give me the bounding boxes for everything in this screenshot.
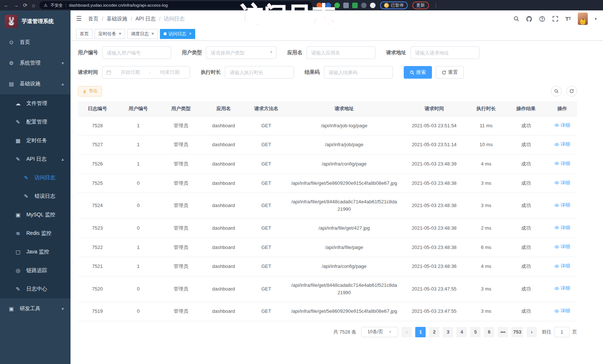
gray-extension-icon[interactable] <box>361 3 367 8</box>
breadcrumb-item[interactable]: 首页 <box>88 16 98 22</box>
bookmark-star-icon[interactable]: ☆ <box>304 3 308 8</box>
detail-link[interactable]: 详细 <box>554 224 570 232</box>
search-button[interactable]: 搜索 <box>404 66 432 79</box>
detail-link[interactable]: 详细 <box>554 262 570 270</box>
tab-close-icon[interactable]: × <box>189 31 191 36</box>
browser-home-icon[interactable]: ⌂ <box>32 3 35 8</box>
page-button-4[interactable]: 4 <box>456 327 467 337</box>
page-button-2[interactable]: 2 <box>429 327 439 337</box>
browser-back-icon[interactable]: ← <box>4 3 9 8</box>
cell-id: 7521 <box>78 257 117 276</box>
browser-menu-kebab-icon[interactable]: ⋮ <box>433 3 438 8</box>
sidebar-item-访问日志[interactable]: ✎访问日志 <box>0 168 71 187</box>
duration-input[interactable] <box>225 66 294 79</box>
avatar-dropdown-icon[interactable]: ▼ <box>594 17 597 21</box>
detail-link[interactable]: 详细 <box>554 160 570 167</box>
sidebar-item-Java 监控[interactable]: ▢Java 监控 <box>0 243 71 261</box>
tab-首页[interactable]: 首页 <box>76 29 92 39</box>
file-upload-icon: ☁ <box>15 101 21 106</box>
detail-link[interactable]: 详细 <box>554 201 570 209</box>
detail-link-label: 详细 <box>561 285 570 292</box>
green-circle-extension-icon[interactable] <box>334 3 340 8</box>
breadcrumb-item[interactable]: 基础设施 <box>106 16 127 22</box>
detail-link[interactable]: 详细 <box>554 285 570 292</box>
refresh-table-button[interactable] <box>566 86 577 96</box>
puzzle-extension-icon[interactable] <box>343 3 349 8</box>
table-row: 75281管理员dashboardGET/api/infra/job-log/p… <box>78 116 577 135</box>
sidebar-item-Redis 监控[interactable]: ≋Redis 监控 <box>0 224 71 243</box>
user-type-select[interactable]: ▼ <box>206 46 276 59</box>
cell-time: 2021-05-03 23:48:38 <box>401 219 468 238</box>
java-monitor-icon: ▢ <box>15 249 21 255</box>
sidebar-item-首页[interactable]: ⊙首页 <box>0 32 71 53</box>
header-search-icon[interactable] <box>513 16 520 22</box>
app-name-input[interactable] <box>307 46 376 59</box>
detail-link[interactable]: 详细 <box>554 307 570 315</box>
page-size-select[interactable]: 10条/页 ▼ <box>361 327 398 337</box>
cell-user_id: 1 <box>117 135 160 155</box>
fullscreen-icon[interactable] <box>552 16 558 22</box>
detail-link[interactable]: 详细 <box>554 141 570 148</box>
reset-button[interactable]: 重置 <box>436 66 464 79</box>
sidebar-item-错误日志[interactable]: ✎错误日志 <box>0 187 71 206</box>
user-type-select-input[interactable] <box>206 46 276 59</box>
toggle-search-button[interactable] <box>551 86 562 96</box>
detail-link[interactable]: 详细 <box>554 179 570 187</box>
cell-result: 成功 <box>505 116 547 135</box>
cell-result: 成功 <box>505 193 547 219</box>
sidebar-item-系统管理[interactable]: ⚙系统管理▼ <box>0 53 71 73</box>
help-question-icon[interactable] <box>539 16 545 22</box>
result-code-input[interactable] <box>324 66 393 79</box>
request-time-range-picker[interactable]: 开始日期 - 结束日期 <box>102 66 190 79</box>
browser-forward-icon[interactable]: → <box>13 3 19 8</box>
sidebar-item-日志中心[interactable]: ✎日志中心 <box>0 280 71 298</box>
browser-reload-icon[interactable]: ⟳ <box>23 3 27 8</box>
font-size-icon[interactable]: TT <box>565 16 571 22</box>
prev-page-button[interactable]: ‹ <box>402 327 412 337</box>
access-log-table: 日志编号用户编号用户类型应用名请求方法名请求地址请求时间执行时长操作结果操作 7… <box>78 101 577 321</box>
translate-extension-icon[interactable] <box>352 3 358 8</box>
tab-调度日志[interactable]: 调度日志× <box>127 29 158 39</box>
github-icon[interactable] <box>526 16 532 22</box>
sidebar-item-MySQL 监控[interactable]: ▣MySQL 监控 <box>0 206 71 224</box>
sidebar-item-研发工具[interactable]: ▣研发工具▼ <box>0 298 71 319</box>
breadcrumb-item[interactable]: API 日志 <box>135 16 155 22</box>
page-button-1[interactable]: 1 <box>415 327 426 337</box>
sidebar-item-文件管理[interactable]: ☁文件管理 <box>0 94 71 113</box>
page-ellipsis[interactable]: ••• <box>498 327 508 337</box>
address-bar[interactable]: ⚠ 不安全 dashboard.yudao.iocoder.cn/infra/l… <box>39 1 312 9</box>
sidebar-item-API 日志[interactable]: ✎API 日志▲ <box>0 150 71 168</box>
app-logo[interactable]: 🐰 芋道管理系统 <box>0 10 71 32</box>
paw-extension-icon[interactable] <box>370 3 376 8</box>
browser-profile-chip[interactable]: 已暂停 <box>380 1 408 9</box>
sidebar-item-配置管理[interactable]: ✎配置管理 <box>0 113 71 131</box>
cell-url: /api/infra/file/get/8448cada8c714e4ab61f… <box>288 193 401 219</box>
sidebar-item-定时任务[interactable]: ▦定时任务 <box>0 131 71 150</box>
next-page-button[interactable]: › <box>527 327 537 337</box>
user-id-input[interactable] <box>102 46 171 59</box>
tab-close-icon[interactable]: × <box>119 31 121 36</box>
sidebar-item-链路追踪[interactable]: ◎链路追踪 <box>0 261 71 280</box>
export-button[interactable]: 导出 <box>78 86 102 96</box>
tab-close-icon[interactable]: × <box>151 31 154 36</box>
page-button-3[interactable]: 3 <box>443 327 453 337</box>
browser-update-button[interactable]: 更新 <box>412 1 429 9</box>
request-url-input[interactable] <box>410 46 479 59</box>
page-button-6[interactable]: 6 <box>484 327 494 337</box>
cell-app: dashboard <box>202 257 245 276</box>
goto-page-input[interactable] <box>554 327 570 337</box>
sidebar-item-基础设施[interactable]: ▤基础设施▲ <box>0 73 71 94</box>
page-button-753[interactable]: 753 <box>511 327 523 337</box>
page-button-5[interactable]: 5 <box>470 327 481 337</box>
sidebar-collapse-icon[interactable]: ☰ <box>76 15 82 23</box>
blue-shield-extension-icon[interactable] <box>325 3 331 8</box>
tab-访问日志[interactable]: 访问日志× <box>160 29 195 39</box>
cell-app: dashboard <box>202 193 245 219</box>
detail-link[interactable]: 详细 <box>554 122 570 129</box>
tab-定时任务[interactable]: 定时任务× <box>95 29 125 39</box>
user-avatar[interactable]: 👶 <box>578 13 588 25</box>
cell-result: 成功 <box>505 276 547 302</box>
detail-link[interactable]: 详细 <box>554 243 570 250</box>
cell-url: /api/infra/file/page <box>288 238 401 257</box>
orange-extension-icon[interactable] <box>317 3 322 8</box>
